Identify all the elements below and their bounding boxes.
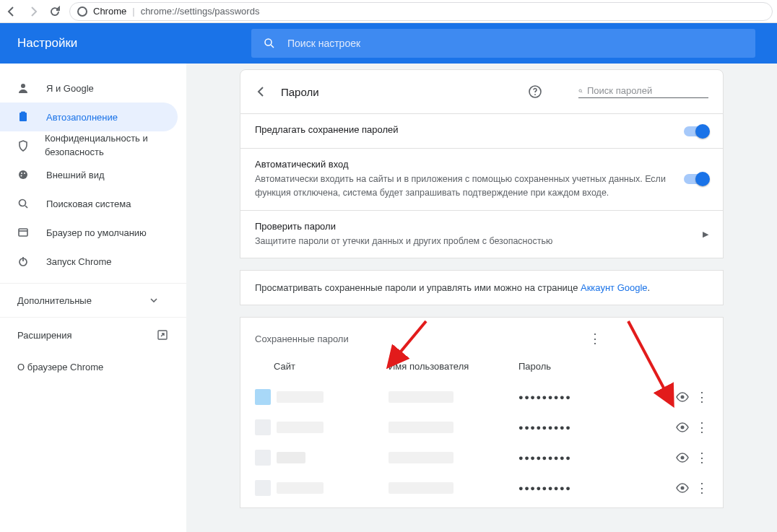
username-blurred [388,452,453,463]
google-account-link[interactable]: Аккаунт Google [581,282,648,293]
more-menu-button[interactable]: ⋮ [482,331,708,346]
browser-icon [17,227,30,238]
shield-icon [17,140,29,152]
svg-rect-4 [21,112,25,114]
back-arrow-icon[interactable] [255,85,268,98]
row-more-button[interactable]: ⋮ [695,450,708,466]
chevron-right-icon: ▶ [703,230,708,239]
site-blurred [277,422,324,433]
svg-point-8 [21,175,22,177]
site-blurred [277,452,305,463]
svg-point-18 [579,89,581,91]
eye-icon[interactable] [675,422,695,432]
settings-title: Настройки [17,36,234,51]
svg-point-20 [681,396,685,399]
password-mask: ●●●●●●●●● [518,393,571,401]
setting-auto-signin[interactable]: Автоматический вход Автоматически входит… [240,149,724,211]
toggle-auto-signin[interactable] [684,174,708,184]
chevron-down-icon [150,298,157,302]
address-url: chrome://settings/passwords [141,6,260,17]
sidebar-extensions[interactable]: Расширения [0,318,186,352]
sidebar-item-autofill[interactable]: Автозаполнение [0,103,178,131]
sidebar-item-label: Браузер по умолчанию [46,227,147,238]
sidebar-item-privacy[interactable]: Конфиденциальность и безопасность [0,131,178,160]
address-product: Chrome [93,6,126,17]
svg-point-7 [24,173,25,174]
chrome-icon [77,6,87,17]
svg-line-19 [581,92,582,92]
table-row[interactable]: ●●●●●●●●● ⋮ [240,473,723,503]
svg-rect-3 [19,113,27,121]
row-more-button[interactable]: ⋮ [695,389,708,405]
row-more-button[interactable]: ⋮ [695,480,708,496]
reload-button[interactable] [48,4,62,19]
sidebar-item-default-browser[interactable]: Браузер по умолчанию [0,218,178,247]
username-blurred [388,391,453,403]
settings-header: Настройки [0,23,777,64]
svg-line-1 [271,45,274,48]
search-icon [578,86,583,96]
clipboard-icon [17,111,30,123]
svg-point-0 [265,39,272,45]
sidebar-item-label: Поисковая система [46,199,131,209]
username-blurred [388,482,453,494]
favicon [255,450,271,466]
content-area: Пароли Предлагать сохранение паролей Авт… [186,64,777,532]
eye-icon[interactable] [675,483,695,493]
passwords-search-input[interactable] [587,85,708,96]
address-bar[interactable]: Chrome | chrome://settings/passwords [69,2,773,21]
col-pass: Пароль [518,361,708,372]
sidebar-item-label: Автозаполнение [46,112,118,123]
favicon [255,389,271,405]
svg-rect-11 [19,229,27,236]
row-more-button[interactable]: ⋮ [695,419,708,435]
eye-icon[interactable] [675,392,695,402]
toggle-offer-save[interactable] [684,126,708,136]
setting-offer-save[interactable]: Предлагать сохранение паролей [240,114,724,149]
col-site: Сайт [255,361,388,372]
svg-line-10 [25,206,27,208]
help-icon[interactable] [528,84,542,99]
sidebar-item-search-engine[interactable]: Поисковая система [0,189,178,218]
favicon [255,419,271,435]
settings-search[interactable] [251,29,755,58]
sidebar-advanced[interactable]: Дополнительные [0,283,186,318]
username-blurred [388,422,453,433]
person-icon [17,82,30,94]
saved-passwords-header: Сохраненные пароли ⋮ [240,318,723,354]
svg-point-5 [19,170,27,179]
sidebar-item-label: Внешний вид [46,170,105,180]
manage-note: Просматривать сохраненные пароли и управ… [240,270,724,305]
col-user: Имя пользователя [388,361,518,372]
eye-icon[interactable] [675,453,695,463]
search-icon [263,37,276,50]
sidebar-about[interactable]: О браузере Chrome [0,352,186,381]
passwords-search[interactable] [578,85,708,98]
settings-search-input[interactable] [287,38,744,49]
table-row[interactable]: ●●●●●●●●● ⋮ [240,382,723,412]
site-blurred [277,482,324,494]
sidebar-item-appearance[interactable]: Внешний вид [0,160,178,189]
power-icon [17,256,30,267]
password-mask: ●●●●●●●●● [518,423,571,432]
sidebar-item-label: Я и Google [46,83,94,94]
table-header: Сайт Имя пользователя Пароль [240,354,723,382]
sidebar-item-on-startup[interactable]: Запуск Chrome [0,247,178,276]
setting-check-passwords[interactable]: Проверить пароли Защитите пароли от утеч… [240,211,724,259]
sidebar-item-you-and-google[interactable]: Я и Google [0,74,178,103]
svg-point-6 [21,173,22,174]
sidebar-item-label: Запуск Chrome [46,256,112,267]
password-mask: ●●●●●●●●● [518,484,571,492]
back-button[interactable] [4,4,19,19]
sidebar: Я и Google Автозаполнение Конфиденциальн… [0,64,186,532]
table-row[interactable]: ●●●●●●●●● ⋮ [240,442,723,473]
browser-omnibar: Chrome | chrome://settings/passwords [0,0,777,23]
svg-point-23 [681,487,685,490]
favicon [255,480,271,496]
site-blurred [277,391,324,403]
table-row[interactable]: ●●●●●●●●● ⋮ [240,412,723,442]
svg-point-9 [19,200,26,206]
svg-point-22 [681,456,685,460]
svg-point-2 [21,84,25,88]
forward-button[interactable] [26,4,40,19]
